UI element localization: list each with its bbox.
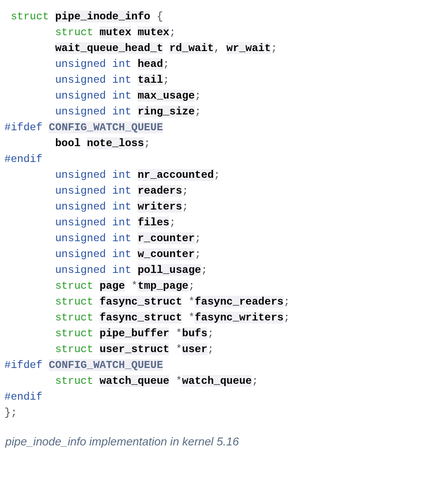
code-token-macroname: CONFIG_WATCH_QUEUE [49, 359, 163, 371]
code-token-ident: note_loss [87, 137, 144, 149]
code-token-semi: ; [195, 106, 201, 118]
code-token-kw-type: unsigned [55, 106, 106, 118]
code-token-semi: ; [284, 312, 290, 324]
code-token-ident: fasync_readers [195, 296, 284, 308]
code-token-ident: tmp_page [137, 280, 188, 292]
code-token-semi: ; [189, 280, 195, 292]
code-token-semi: ; [195, 90, 201, 102]
code-token-kw-type: unsigned [55, 264, 106, 276]
code-token-kw-type: unsigned [55, 58, 106, 70]
code-token-semi: ; [169, 217, 175, 228]
code-token-kw-type: int [112, 185, 131, 197]
code-token-kw-type: unsigned [55, 217, 106, 228]
code-token-kw-type: int [112, 232, 131, 244]
code-token-semi: ; [144, 137, 150, 149]
code-token-preproc: #endif [4, 153, 42, 165]
code-token-typeident: pipe_buffer [100, 327, 169, 339]
code-token-semi: ; [207, 327, 214, 339]
code-token-ident: readers [137, 185, 182, 197]
code-token-kw-struct: struct [55, 375, 93, 387]
code-token-ident: wr_wait [226, 42, 271, 54]
figure-caption: pipe_inode_info implementation in kernel… [4, 433, 440, 450]
code-token-ident: fasync_writers [195, 312, 284, 324]
code-token-ident: user [182, 343, 207, 355]
code-token-kw-struct: struct [55, 312, 93, 324]
code-token-semi: ; [284, 296, 290, 308]
code-token-ident: head [137, 58, 163, 70]
code-token-kw-type: int [112, 58, 131, 70]
code-token-ident: writers [137, 201, 182, 213]
code-token-ident: mutex [137, 26, 169, 38]
code-token-ident: nr_accounted [137, 169, 214, 181]
code-token-star: * [176, 327, 182, 339]
code-token-macroname: CONFIG_WATCH_QUEUE [49, 121, 163, 133]
code-token-kw-type: unsigned [55, 169, 106, 181]
code-token-ident: files [137, 217, 169, 228]
code-token-typeident: watch_queue [100, 375, 169, 387]
code-token-kw-struct: struct [55, 343, 93, 355]
code-token-kw-struct: struct [55, 327, 93, 339]
code-token-typeident: fasync_struct [100, 296, 182, 308]
code-token-star: * [176, 343, 182, 355]
code-token-kw-type: unsigned [55, 248, 106, 260]
code-token-star: * [189, 296, 195, 308]
code-token-kw-bool: bool [55, 137, 81, 149]
code-token-preproc: #endif [4, 391, 42, 403]
code-token-kw-struct: struct [11, 11, 48, 22]
code-token-kw-type: int [112, 217, 131, 228]
code-block: struct pipe_inode_info { struct mutex mu… [4, 9, 440, 421]
code-token-ident: r_counter [137, 232, 195, 244]
code-token-kw-type: int [112, 106, 131, 118]
code-token-ident: rd_wait [169, 42, 214, 54]
code-token-star: * [189, 312, 195, 324]
code-token-kw-type: int [112, 248, 131, 260]
code-token-semi: ; [271, 42, 277, 54]
code-token-star: * [176, 375, 182, 387]
code-token-punct: }; [4, 407, 17, 419]
code-token-ident: pipe_inode_info [55, 11, 150, 22]
code-token-semi: ; [201, 264, 207, 276]
code-token-preproc: #ifdef [4, 121, 42, 133]
code-token-semi: ; [163, 58, 169, 70]
code-token-kw-type: int [112, 264, 131, 276]
code-token-semi: ; [207, 343, 214, 355]
code-token-kw-type: int [112, 201, 131, 213]
code-token-ident: max_usage [137, 90, 195, 102]
code-token-punct: , [214, 42, 220, 54]
code-token-kw-struct: struct [55, 296, 93, 308]
code-token-semi: ; [195, 232, 201, 244]
code-token-semi: ; [252, 375, 258, 387]
code-token-semi: ; [169, 26, 175, 38]
code-token-typeident: user_struct [100, 343, 169, 355]
code-token-kw-type: unsigned [55, 232, 106, 244]
code-token-semi: ; [195, 248, 201, 260]
code-token-semi: ; [163, 74, 169, 86]
code-token-typeident: fasync_struct [100, 312, 182, 324]
code-token-kw-type: unsigned [55, 185, 106, 197]
code-token-ident: w_counter [137, 248, 195, 260]
code-token-kw-struct: struct [55, 280, 93, 292]
code-token-punct: { [157, 11, 163, 22]
code-token-ident: ring_size [137, 106, 195, 118]
code-token-kw-type: int [112, 90, 131, 102]
code-token-ident: bufs [182, 327, 207, 339]
code-token-ident: watch_queue [182, 375, 252, 387]
code-token-kw-type: unsigned [55, 74, 106, 86]
code-token-ident: poll_usage [137, 264, 201, 276]
code-token-typeident: page [100, 280, 125, 292]
code-token-typeident: mutex [100, 26, 131, 38]
code-token-kw-type: int [112, 74, 131, 86]
code-token-ident: tail [137, 74, 163, 86]
code-token-typeident: wait_queue_head_t [55, 42, 163, 54]
code-token-kw-type: int [112, 169, 131, 181]
code-token-kw-type: unsigned [55, 90, 106, 102]
code-token-kw-struct: struct [55, 26, 93, 38]
code-token-semi: ; [182, 201, 188, 213]
code-token-semi: ; [214, 169, 220, 181]
code-token-preproc: #ifdef [4, 359, 42, 371]
code-token-star: * [131, 280, 137, 292]
code-token-semi: ; [182, 185, 188, 197]
code-token-kw-type: unsigned [55, 201, 106, 213]
